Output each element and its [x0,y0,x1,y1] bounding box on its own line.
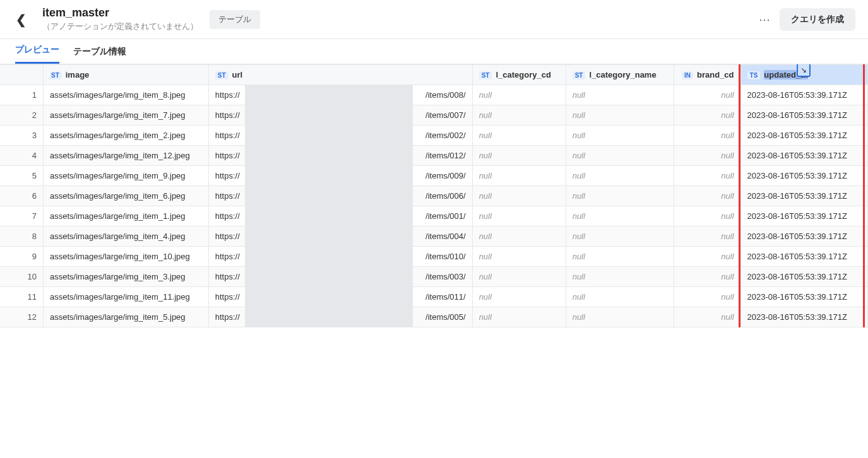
cell: null [566,126,674,146]
cell: assets/images/large/img_item_4.jpeg [43,226,208,247]
cell: null [566,146,674,166]
cell: null [472,166,566,186]
cell: null [472,105,566,126]
cell: 10 [0,267,43,287]
cell: 2023-08-16T05:53:39.171Z [740,166,867,186]
type-badge-ts: TS [747,71,761,79]
cell: 8 [0,226,43,247]
cell: 9 [0,247,43,267]
data-table-wrap: ↘ STimage STurl STl_category_cd STl_cate… [0,64,868,327]
cell: 7 [0,206,43,226]
type-badge-st: ST [215,71,229,79]
cell: null [566,186,674,206]
table-row[interactable]: 5assets/images/large/img_item_9.jpeghttp… [0,166,868,186]
column-header-image[interactable]: STimage [43,65,208,85]
chevron-left-icon: ❮ [16,13,27,26]
more-menu-button[interactable]: ⋯ [750,9,780,30]
type-badge-st: ST [479,71,492,79]
table-row[interactable]: 10assets/images/large/img_item_3.jpeghtt… [0,267,868,287]
cell: 6 [0,186,43,206]
column-header-url[interactable]: STurl [208,65,472,85]
cell: null [472,287,566,307]
cell: 11 [0,287,43,307]
cell: null [674,186,740,206]
object-type-badge: テーブル [210,10,260,29]
cell: null [674,126,740,146]
table-row[interactable]: 3assets/images/large/img_item_2.jpeghttp… [0,126,868,146]
column-header-brand-cd[interactable]: INbrand_cd [674,65,740,85]
cell: 3 [0,126,43,146]
type-badge-in: IN [682,71,693,79]
cell: null [674,206,740,226]
cell: 2023-08-16T05:53:39.171Z [740,226,867,247]
cell: null [566,105,674,126]
cell: null [472,85,566,105]
column-header-l-category-cd[interactable]: STl_category_cd [472,65,566,85]
cell: null [472,186,566,206]
cell: null [472,247,566,267]
cell: assets/images/large/img_item_8.jpeg [43,85,208,105]
cell: 2023-08-16T05:53:39.171Z [740,186,867,206]
cell: null [472,267,566,287]
cell: assets/images/large/img_item_9.jpeg [43,166,208,186]
cell: 2023-08-16T05:53:39.171Z [740,105,867,126]
cell: 2023-08-16T05:53:39.171Z [740,206,867,226]
back-button[interactable]: ❮ [13,9,33,30]
cell: null [674,267,740,287]
cell: null [674,307,740,327]
type-badge-st: ST [50,71,62,79]
column-header-l-category-name[interactable]: STl_category_name [566,65,674,85]
cell: null [472,226,566,247]
redaction-mask [245,85,413,327]
tab-preview[interactable]: プレビュー [15,38,59,64]
cell: 5 [0,166,43,186]
cell: null [566,247,674,267]
table-row[interactable]: 9assets/images/large/img_item_10.jpeghtt… [0,247,868,267]
tabs: プレビュー テーブル情報 [0,39,868,64]
cell: assets/images/large/img_item_7.jpeg [43,105,208,126]
data-table: STimage STurl STl_category_cd STl_catego… [0,64,868,327]
cell: null [674,85,740,105]
cell: 1 [0,85,43,105]
cell: null [674,146,740,166]
cell: 2023-08-16T05:53:39.171Z [740,146,867,166]
cell: null [566,166,674,186]
cell: null [566,226,674,247]
cursor-annotation-icon: ↘ [797,64,811,77]
cell: null [472,126,566,146]
cell: assets/images/large/img_item_1.jpeg [43,206,208,226]
cell: null [566,206,674,226]
cell: null [472,307,566,327]
table-row[interactable]: 12assets/images/large/img_item_5.jpeghtt… [0,307,868,327]
cell: null [674,287,740,307]
cell: assets/images/large/img_item_6.jpeg [43,186,208,206]
table-name: item_master [42,6,198,20]
cell: assets/images/large/img_item_3.jpeg [43,267,208,287]
title-block: item_master （アノテーションが定義されていません） [42,6,198,32]
table-row[interactable]: 11assets/images/large/img_item_11.jpeght… [0,287,868,307]
cell: 2023-08-16T05:53:39.171Z [740,126,867,146]
tab-table-info[interactable]: テーブル情報 [73,40,126,64]
table-row[interactable]: 4assets/images/large/img_item_12.jpeghtt… [0,146,868,166]
cell: 2023-08-16T05:53:39.171Z [740,287,867,307]
cell: null [566,287,674,307]
create-query-button[interactable]: クエリを作成 [780,8,855,31]
cell: assets/images/large/img_item_12.jpeg [43,146,208,166]
table-row[interactable]: 2assets/images/large/img_item_7.jpeghttp… [0,105,868,126]
cell: null [566,307,674,327]
cell: 2023-08-16T05:53:39.171Z [740,267,867,287]
cell: 2023-08-16T05:53:39.171Z [740,307,867,327]
cell: null [674,247,740,267]
cell: null [566,267,674,287]
table-subtitle: （アノテーションが定義されていません） [42,21,198,32]
table-row[interactable]: 6assets/images/large/img_item_6.jpeghttp… [0,186,868,206]
cell: assets/images/large/img_item_2.jpeg [43,126,208,146]
cell: 2023-08-16T05:53:39.171Z [740,85,867,105]
table-row[interactable]: 8assets/images/large/img_item_4.jpeghttp… [0,226,868,247]
cell: null [566,85,674,105]
type-badge-st: ST [573,71,586,79]
table-row[interactable]: 1assets/images/large/img_item_8.jpeghttp… [0,85,868,105]
cell: assets/images/large/img_item_5.jpeg [43,307,208,327]
table-row[interactable]: 7assets/images/large/img_item_1.jpeghttp… [0,206,868,226]
cell: assets/images/large/img_item_10.jpeg [43,247,208,267]
